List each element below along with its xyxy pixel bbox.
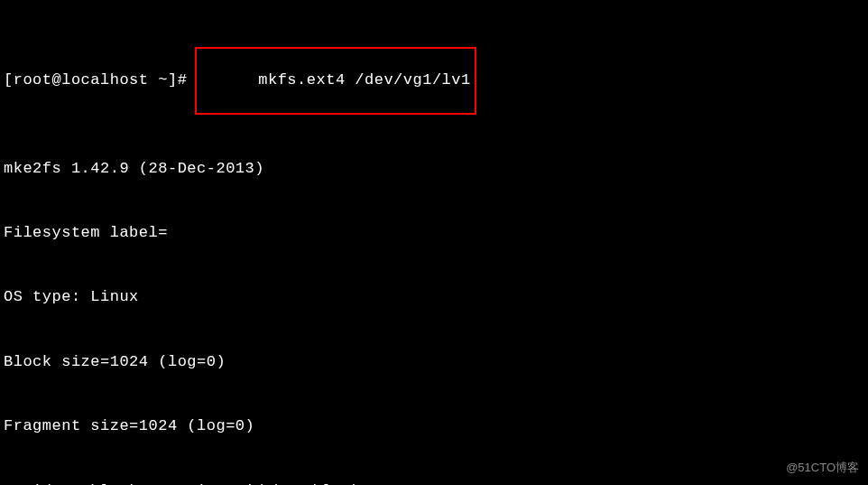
- output-line: Filesystem label=: [4, 222, 868, 244]
- highlighted-command: mkfs.ext4 /dev/vg1/lv1: [195, 47, 476, 115]
- shell-prompt: [root@localhost ~]#: [4, 70, 197, 91]
- command-line[interactable]: [root@localhost ~]# mkfs.ext4 /dev/vg1/l…: [4, 47, 868, 115]
- terminal-output: [root@localhost ~]# mkfs.ext4 /dev/vg1/l…: [4, 4, 868, 485]
- output-line: Stride=0 blocks, Stripe width=0 blocks: [4, 480, 868, 485]
- output-line: OS type: Linux: [4, 286, 868, 308]
- output-line: Fragment size=1024 (log=0): [4, 415, 868, 437]
- output-line: mke2fs 1.42.9 (28-Dec-2013): [4, 158, 868, 180]
- watermark-text: @51CTO博客: [786, 460, 859, 476]
- command-text: mkfs.ext4 /dev/vg1/lv1: [258, 71, 470, 89]
- output-line: Block size=1024 (log=0): [4, 351, 868, 373]
